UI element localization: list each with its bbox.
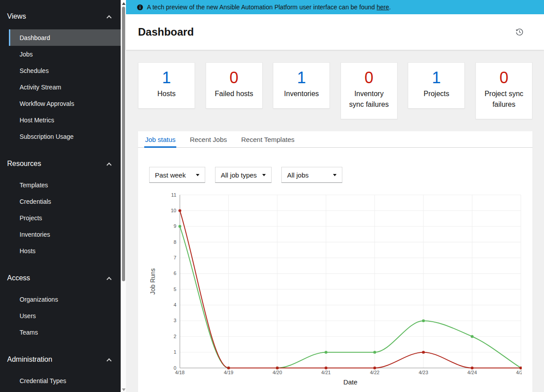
sidebar-item-projects[interactable]: Projects <box>9 210 121 226</box>
sidebar-item-activity-stream[interactable]: Activity Stream <box>9 79 121 95</box>
svg-text:8: 8 <box>174 239 176 245</box>
svg-text:7: 7 <box>174 255 176 260</box>
chart-point-red-4/23[interactable] <box>422 351 425 353</box>
svg-text:4/18: 4/18 <box>175 370 184 375</box>
chart-point-green-4/23[interactable] <box>422 319 425 322</box>
svg-text:4/20: 4/20 <box>272 370 282 375</box>
card-value[interactable]: 0 <box>482 68 526 88</box>
nav-item-label: Credentials <box>20 198 51 205</box>
tab-bar: Job status Recent Jobs Recent Templates <box>138 131 532 148</box>
history-icon <box>516 31 524 37</box>
chevron-up-icon <box>106 15 111 20</box>
svg-text:9: 9 <box>174 223 176 229</box>
page-title: Dashboard <box>138 26 194 38</box>
summary-card-failed-hosts: 0 Failed hosts <box>206 62 263 109</box>
card-value[interactable]: 0 <box>347 68 391 88</box>
page-header: Dashboard <box>126 14 544 50</box>
svg-text:5: 5 <box>174 287 176 292</box>
tab-recent-jobs[interactable]: Recent Jobs <box>183 131 234 147</box>
nav-section-title: Access <box>7 274 30 282</box>
job-status-chart: 012345678910114/184/194/204/214/224/234/… <box>149 188 522 389</box>
sidebar-item-jobs[interactable]: Jobs <box>9 46 121 62</box>
summary-card-project-sync-failures: 0 Project sync failures <box>475 62 532 119</box>
sidebar-item-credentials[interactable]: Credentials <box>9 193 121 210</box>
tech-preview-link[interactable]: here <box>377 4 389 11</box>
dashboard-content: 1 Hosts 0 Failed hosts 1 Inventories 0 I… <box>126 50 544 392</box>
caret-down-icon <box>333 174 337 176</box>
svg-text:1: 1 <box>174 349 176 355</box>
svg-text:4/19: 4/19 <box>224 370 233 375</box>
sidebar-item-inventories[interactable]: Inventories <box>9 226 121 242</box>
nav-section-administration: Administration Credential Types <box>0 353 121 389</box>
card-value[interactable]: 1 <box>414 68 458 88</box>
chart-point-red-4/18[interactable] <box>179 209 181 212</box>
chart-point-red-4/21[interactable] <box>325 367 327 369</box>
chart-point-green-4/18[interactable] <box>179 225 181 228</box>
card-value[interactable]: 1 <box>145 68 188 88</box>
chart-point-green-4/24[interactable] <box>471 335 473 338</box>
job-filter-select-value: All jobs <box>287 171 309 179</box>
nav-section-access: Access Organizations Users Teams <box>0 271 121 340</box>
chart-svg: 012345678910114/184/194/204/214/224/234/… <box>149 188 522 389</box>
svg-text:4/23: 4/23 <box>418 370 428 375</box>
caret-down-icon <box>196 174 199 176</box>
sidebar-item-users[interactable]: Users <box>9 307 121 324</box>
tab-job-status[interactable]: Job status <box>138 131 183 147</box>
svg-text:Job Runs: Job Runs <box>149 268 156 295</box>
sidebar-item-schedules[interactable]: Schedules <box>9 62 121 79</box>
sidebar-item-hosts[interactable]: Hosts <box>9 242 121 259</box>
nav-item-label: Templates <box>20 182 48 189</box>
nav-section-resources: Resources Templates Credentials Projects… <box>0 157 121 259</box>
chevron-up-icon <box>106 277 111 282</box>
chart-point-green-4/22[interactable] <box>373 351 376 353</box>
nav-section-header-administration[interactable]: Administration <box>0 353 121 366</box>
scroll-up-arrow-icon[interactable] <box>122 2 126 5</box>
period-select[interactable]: Past week <box>149 167 205 183</box>
card-label: Failed hosts <box>212 89 256 99</box>
sidebar-scrollbar[interactable] <box>121 0 126 392</box>
sidebar-item-dashboard[interactable]: Dashboard <box>9 29 121 46</box>
chevron-up-icon <box>106 358 111 363</box>
sidebar-item-organizations[interactable]: Organizations <box>9 291 121 307</box>
svg-text:3: 3 <box>174 318 176 323</box>
scrollbar-thumb[interactable] <box>122 7 125 281</box>
chart-point-red-4/20[interactable] <box>276 367 279 369</box>
tab-recent-templates[interactable]: Recent Templates <box>234 131 302 147</box>
nav-item-label: Subscription Usage <box>20 133 73 140</box>
nav-item-label: Host Metrics <box>20 117 54 124</box>
card-label: Inventory sync failures <box>347 89 391 110</box>
scroll-down-arrow-icon[interactable] <box>122 388 126 391</box>
nav-section-header-views[interactable]: Views <box>0 10 121 23</box>
sidebar-item-teams[interactable]: Teams <box>9 324 121 340</box>
chart-point-green-4/21[interactable] <box>325 351 327 353</box>
sidebar-item-host-metrics[interactable]: Host Metrics <box>9 112 121 128</box>
card-label: Hosts <box>145 89 188 99</box>
job-filter-select[interactable]: All jobs <box>281 167 342 183</box>
job-status-panel: Job status Recent Jobs Recent Templates … <box>138 131 532 392</box>
summary-card-projects: 1 Projects <box>408 62 465 109</box>
nav-section-header-access[interactable]: Access <box>0 271 121 285</box>
card-label: Project sync failures <box>482 89 526 110</box>
nav-item-label: Schedules <box>20 67 49 74</box>
chart-point-red-4/22[interactable] <box>373 367 376 369</box>
chart-line-green <box>180 226 521 368</box>
svg-text:4/21: 4/21 <box>321 370 331 375</box>
svg-text:4/25: 4/25 <box>516 370 522 375</box>
card-value[interactable]: 1 <box>280 68 323 88</box>
sidebar-item-credential-types[interactable]: Credential Types <box>9 372 121 389</box>
sidebar-item-templates[interactable]: Templates <box>9 177 121 193</box>
card-value[interactable]: 0 <box>212 68 256 88</box>
svg-text:6: 6 <box>174 271 176 276</box>
sidebar-item-subscription-usage[interactable]: Subscription Usage <box>9 128 121 145</box>
chart-filters: Past week All job types All jobs <box>138 148 532 183</box>
job-type-select[interactable]: All job types <box>215 167 272 183</box>
nav-section-views: Views Dashboard Jobs Schedules Activity … <box>0 10 121 145</box>
chart-point-red-4/24[interactable] <box>471 367 473 369</box>
banner-text: A tech preview of the new Ansible Automa… <box>147 4 391 11</box>
svg-text:4/22: 4/22 <box>370 370 379 375</box>
chart-point-red-4/19[interactable] <box>227 367 230 369</box>
job-type-select-value: All job types <box>221 171 257 179</box>
refresh-history-button[interactable] <box>514 26 525 38</box>
sidebar-item-workflow-approvals[interactable]: Workflow Approvals <box>9 95 121 112</box>
nav-section-header-resources[interactable]: Resources <box>0 157 121 170</box>
